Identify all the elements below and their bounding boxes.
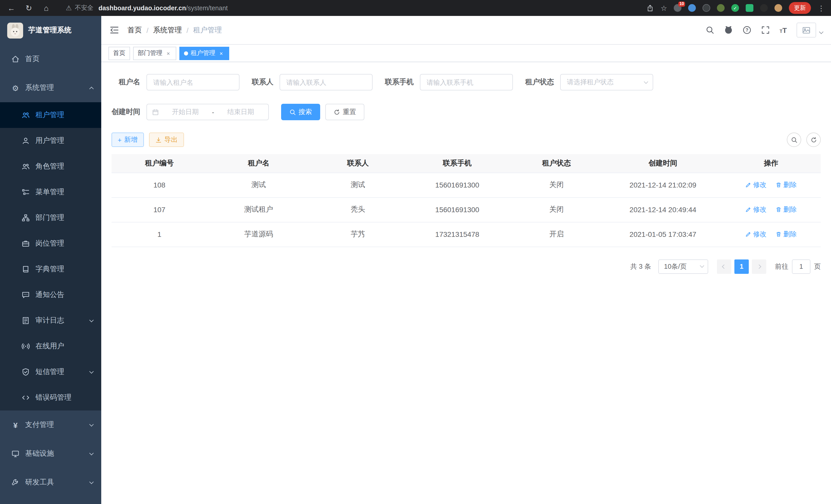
sidebar-item-role[interactable]: 角色管理 [0, 154, 101, 179]
refresh-table-button[interactable] [806, 132, 821, 147]
extension-icon-8[interactable] [774, 4, 782, 12]
chevron-left-icon [722, 264, 726, 269]
delete-link[interactable]: 删除 [776, 180, 797, 189]
search-button[interactable]: 搜索 [281, 104, 320, 120]
active-tab-dot [184, 51, 188, 55]
shield-icon [22, 368, 30, 376]
cell-actions: 修改 删除 [721, 173, 821, 197]
sidebar-item-label: 基础设施 [25, 449, 54, 458]
avatar-caret-icon[interactable] [819, 30, 824, 34]
cell-actions: 修改 删除 [721, 197, 821, 222]
share-icon[interactable] [647, 4, 654, 11]
edit-link[interactable]: 修改 [745, 180, 767, 189]
sidebar-item-notice[interactable]: 通知公告 [0, 282, 101, 308]
col-contact: 联系人 [310, 154, 406, 173]
sidebar-item-tenant[interactable]: 租户管理 [0, 102, 101, 128]
extension-icon-1[interactable]: 10 [674, 4, 682, 12]
sidebar-item-pay[interactable]: ¥ 支付管理 [0, 411, 101, 439]
sidebar-item-dept[interactable]: 部门管理 [0, 205, 101, 231]
col-created: 创建时间 [604, 154, 721, 173]
chevron-down-icon [700, 264, 704, 268]
search-icon[interactable] [706, 26, 714, 34]
page-1-button[interactable]: 1 [735, 259, 749, 274]
export-button[interactable]: 导出 [149, 132, 184, 147]
add-button[interactable]: + 新增 [112, 132, 144, 147]
browser-back-icon[interactable]: ← [6, 4, 17, 12]
page-size-select[interactable]: 10条/页 [658, 259, 708, 274]
sidebar-item-home[interactable]: 首页 [0, 45, 101, 73]
delete-link[interactable]: 删除 [776, 205, 797, 214]
browser-reload-icon[interactable]: ↻ [24, 4, 34, 12]
close-icon[interactable]: × [218, 50, 225, 57]
tab-dept[interactable]: 部门管理 × [133, 47, 176, 60]
sidebar-item-label: 部门管理 [35, 213, 64, 223]
cell-phone: 15601691300 [406, 173, 509, 197]
toggle-search-button[interactable] [787, 132, 801, 147]
online-icon [22, 342, 30, 350]
security-indicator[interactable]: ⚠ 不安全 [66, 4, 93, 12]
prev-page-button[interactable] [717, 259, 731, 274]
sidebar-item-dict[interactable]: 字典管理 [0, 256, 101, 282]
address-bar[interactable]: dashboard.yudao.iocoder.cn/system/tenant [98, 4, 647, 11]
tab-tenant[interactable]: 租户管理 × [179, 47, 229, 60]
date-end-placeholder: 结束日期 [218, 108, 263, 117]
filter-row-1: 租户名 联系人 联系手机 租户状态 请选择租户状态 [112, 74, 821, 90]
browser-menu-icon[interactable]: ⋮ [818, 4, 825, 12]
tenant-name-input[interactable] [146, 74, 239, 90]
sidebar-item-menu[interactable]: 菜单管理 [0, 179, 101, 205]
browser-home-icon[interactable]: ⌂ [41, 4, 51, 12]
extension-icon-7[interactable] [760, 4, 768, 12]
breadcrumb-separator: / [146, 26, 148, 34]
extension-icon-2[interactable] [688, 4, 696, 12]
close-icon[interactable]: × [165, 50, 172, 57]
cell-status: 关闭 [509, 197, 605, 222]
breadcrumb-home[interactable]: 首页 [127, 25, 142, 35]
browser-update-button[interactable]: 更新 [789, 2, 811, 14]
delete-link[interactable]: 删除 [776, 230, 797, 239]
breadcrumb: 首页 / 系统管理 / 租户管理 [127, 25, 222, 35]
github-icon[interactable] [724, 26, 733, 34]
sidebar-submenu-system: 租户管理 用户管理 角色管理 菜单管理 部门管理 [0, 102, 101, 411]
top-header: 首页 / 系统管理 / 租户管理 TT [101, 16, 831, 45]
breadcrumb-current: 租户管理 [193, 25, 222, 35]
sidebar-toggle-icon[interactable] [110, 25, 119, 35]
phone-input[interactable] [420, 74, 513, 90]
sidebar-item-tool[interactable]: 研发工具 [0, 468, 101, 497]
sidebar-item-post[interactable]: 岗位管理 [0, 231, 101, 256]
sidebar-item-sms[interactable]: 短信管理 [0, 359, 101, 385]
extension-icon-4[interactable] [717, 4, 725, 12]
sidebar-item-system[interactable]: ⚙ 系统管理 [0, 73, 101, 102]
refresh-icon [810, 137, 817, 143]
help-icon[interactable] [743, 26, 751, 34]
reset-button[interactable]: 重置 [325, 104, 364, 120]
peoples-icon [22, 162, 30, 171]
fullscreen-icon[interactable] [761, 26, 770, 34]
goto-page-input[interactable] [792, 259, 810, 274]
sidebar-item-infra[interactable]: 基础设施 [0, 439, 101, 468]
next-page-button[interactable] [752, 259, 766, 274]
status-select[interactable]: 请选择租户状态 [560, 74, 653, 90]
chevron-down-icon [644, 79, 648, 84]
edit-link[interactable]: 修改 [745, 205, 767, 214]
sidebar-item-audit[interactable]: 审计日志 [0, 308, 101, 333]
breadcrumb-system[interactable]: 系统管理 [153, 25, 182, 35]
sidebar-item-user[interactable]: 用户管理 [0, 128, 101, 154]
sidebar-item-online[interactable]: 在线用户 [0, 333, 101, 359]
extension-icon-5[interactable]: ✓ [731, 4, 739, 12]
status-label: 租户状态 [525, 78, 554, 87]
download-icon [155, 137, 162, 143]
bookmark-star-icon[interactable]: ☆ [661, 4, 667, 11]
extension-icon-6[interactable] [746, 4, 753, 12]
edit-link[interactable]: 修改 [745, 230, 767, 239]
plus-icon: + [118, 137, 121, 143]
avatar[interactable] [797, 23, 816, 37]
app-logo[interactable]: 芋道管理系统 [0, 16, 101, 45]
extension-icon-3[interactable] [703, 4, 710, 12]
contact-input[interactable] [280, 74, 373, 90]
small-t: T [780, 29, 782, 34]
font-size-icon[interactable]: TT [780, 26, 787, 34]
tenant-name-label: 租户名 [112, 78, 140, 87]
tab-home[interactable]: 首页 [109, 47, 130, 60]
sidebar-item-errcode[interactable]: 错误码管理 [0, 385, 101, 411]
date-range-picker[interactable]: 开始日期 - 结束日期 [146, 104, 269, 120]
